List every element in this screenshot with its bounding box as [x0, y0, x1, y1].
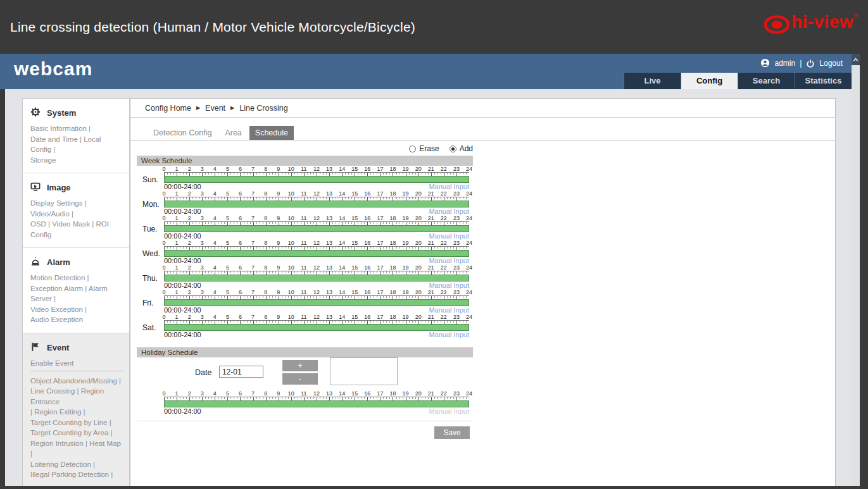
hour-label: 6 [239, 289, 242, 295]
hour-label: 24 [466, 264, 472, 271]
holiday-date-list[interactable] [330, 357, 398, 385]
schedule-bar-fri[interactable] [164, 299, 469, 306]
hiview-eye-icon [764, 13, 791, 36]
hour-label: 18 [389, 240, 396, 246]
sidebar-link-line[interactable]: OSD | Video Mask | ROI Config [30, 219, 124, 240]
hour-tick-labels: 0123456789101112131415161718192021222324 [164, 166, 469, 172]
sidebar-link-line[interactable]: Storage [30, 155, 124, 166]
sidebar-links: Basic Information |Date and Time | Local… [30, 123, 124, 165]
day-label-fri: Fri. [142, 299, 153, 307]
sidebar-link-line[interactable]: Motion Detection | [30, 273, 124, 283]
hour-label: 21 [428, 166, 434, 172]
sidebar-link-line[interactable]: Loitering Detection | [30, 459, 124, 470]
hour-label: 17 [377, 264, 383, 271]
sidebar-link-line[interactable]: | Region Exiting | [30, 407, 124, 418]
schedule-bar-thu[interactable] [164, 275, 469, 282]
manual-input-link[interactable]: Manual Input [429, 306, 469, 314]
hour-label: 12 [313, 240, 320, 246]
hour-label: 13 [326, 190, 332, 197]
scrollbar-up-button[interactable] [852, 54, 860, 65]
range-row: 00:00-24:00Manual Input [164, 331, 469, 338]
sidebar-section-event: EventEnable EventObject Abandoned/Missin… [23, 333, 129, 486]
breadcrumb-item-line-crossing[interactable]: Line Crossing [239, 104, 287, 113]
tab-search[interactable]: Search [738, 73, 795, 89]
sidebar-link-line[interactable]: Audio Exception [30, 314, 124, 325]
page-body: SystemBasic Information |Date and Time |… [5, 89, 852, 486]
schedule-row-mon: Mon.012345678910111213141516171819202122… [137, 190, 473, 215]
sidebar-link-line[interactable]: Date and Time | Local Config | [30, 134, 124, 155]
manual-input-link[interactable]: Manual Input [429, 207, 469, 215]
sidebar-link-line[interactable]: Object Abandoned/Missing | [30, 376, 124, 387]
radio-erase-icon[interactable] [409, 145, 416, 152]
timeline-wed: 0123456789101112131415161718192021222324… [164, 240, 469, 264]
sidebar-link-line[interactable]: Exception Alarm | Alarm Server | [30, 283, 124, 304]
hour-label: 23 [453, 289, 460, 295]
schedule-bar-mon[interactable] [164, 201, 469, 207]
hour-label: 6 [239, 190, 242, 197]
sidebar-link-line[interactable]: Illegal Parking Detection | [30, 469, 124, 480]
day-label-wed: Wed. [142, 249, 160, 258]
date-input[interactable] [219, 366, 263, 378]
sidebar-section-header-system[interactable]: System [30, 107, 124, 119]
sidebar-link-line[interactable]: Line Crossing | Region Entrance [30, 386, 124, 407]
sidebar-link-line[interactable]: Region Intrusion | Heat Map | [30, 438, 124, 459]
username[interactable]: admin [774, 59, 795, 68]
logout-button[interactable]: Logout [819, 59, 843, 68]
radio-add-icon[interactable] [450, 145, 456, 152]
sidebar-section-header-event[interactable]: Event [30, 342, 124, 354]
save-button[interactable]: Save [434, 426, 470, 439]
sidebar-link-line[interactable]: Video Exception | [30, 304, 124, 315]
hour-label: 11 [301, 264, 306, 271]
tab-config[interactable]: Config [681, 73, 738, 89]
time-range-label: 00:00-24:00 [164, 282, 201, 289]
app-header: webcam admin | Logout LiveConfigSearchSt… [0, 54, 852, 89]
sidebar-section-header-alarm[interactable]: Alarm [30, 256, 124, 268]
hour-label: 10 [288, 289, 294, 295]
manual-input-link[interactable]: Manual Input [429, 282, 469, 289]
hour-label: 15 [351, 215, 358, 221]
sidebar-link-line[interactable]: Target Counting by Area | [30, 428, 124, 438]
manual-input-link[interactable]: Manual Input [429, 331, 469, 338]
sidebar-link-line[interactable]: Target Counting by Line | [30, 418, 124, 428]
hour-label: 12 [313, 264, 320, 271]
tab-area[interactable]: Area [219, 126, 247, 140]
breadcrumb-item-event[interactable]: Event [205, 104, 225, 113]
remove-date-button[interactable]: - [282, 373, 318, 385]
sidebar-item-enable-event[interactable]: Enable Event [30, 358, 124, 371]
sidebar-links: Object Abandoned/Missing |Line Crossing … [30, 376, 124, 480]
display-icon [30, 182, 41, 194]
schedule-bar-tue[interactable] [164, 225, 469, 232]
manual-input-link[interactable]: Manual Input [429, 183, 469, 190]
breadcrumb-item-config-home[interactable]: Config Home [145, 104, 191, 113]
vertical-scrollbar[interactable] [852, 54, 860, 486]
manual-input-link[interactable]: Manual Input [429, 257, 469, 264]
hour-label: 14 [339, 390, 345, 397]
tab-statistics[interactable]: Statistics [795, 73, 852, 89]
hour-label: 24 [466, 190, 472, 197]
range-row: 00:00-24:00Manual Input [164, 257, 469, 264]
holiday-controls: Date + - [137, 357, 473, 390]
sidebar-section-header-image[interactable]: Image [30, 182, 124, 194]
radio-erase[interactable]: Erase [409, 144, 439, 153]
tab-detection-config[interactable]: Detection Config [148, 126, 217, 140]
schedule-bar-sat[interactable] [164, 324, 469, 331]
schedule-bar-wed[interactable] [164, 250, 469, 257]
tab-schedule[interactable]: Schedule [249, 126, 294, 140]
manual-input-link[interactable]: Manual Input [429, 232, 469, 240]
add-date-button[interactable]: + [282, 360, 318, 371]
hour-label: 22 [441, 166, 447, 172]
tab-live[interactable]: Live [624, 73, 681, 89]
schedule-bar-sun[interactable] [164, 176, 469, 183]
schedule-bar-holiday[interactable] [164, 400, 469, 407]
hour-label: 16 [364, 240, 370, 246]
time-range-label: 00:00-24:00 [164, 306, 201, 314]
sidebar-link-line[interactable]: Display Settings | Video/Audio | [30, 198, 124, 219]
hour-label: 16 [364, 190, 370, 197]
hour-label: 7 [251, 289, 255, 295]
hour-label: 0 [162, 190, 165, 197]
radio-add[interactable]: Add [450, 144, 473, 153]
time-range-label: 00:00-24:00 [164, 183, 201, 190]
sidebar-link-line[interactable]: Basic Information | [30, 123, 124, 134]
timeline-sun: 0123456789101112131415161718192021222324… [164, 166, 469, 190]
hour-label: 20 [415, 289, 422, 295]
